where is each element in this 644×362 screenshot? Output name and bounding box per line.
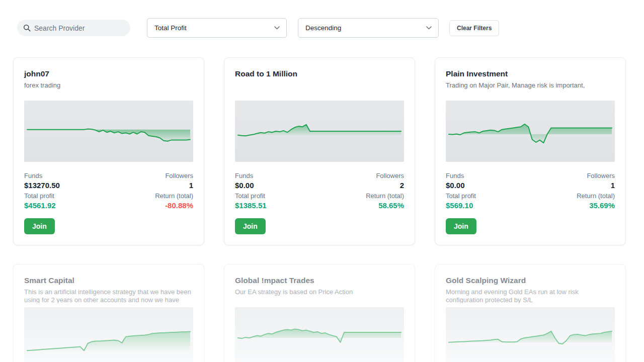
followers-label: Followers xyxy=(530,171,615,180)
join-button[interactable]: Join xyxy=(446,218,476,234)
provider-stats: Funds$13270.50 Followers1 Total profit$4… xyxy=(24,171,193,211)
filters-toolbar: Total Profit Descending Clear Filters xyxy=(17,18,644,38)
provider-description: Morning and evening Gold EAs run at low … xyxy=(446,288,615,303)
provider-stats: Funds$0.00 Followers2 Total profit$1385.… xyxy=(235,171,404,211)
return-total-value: -80.88% xyxy=(109,201,193,211)
followers-value: 1 xyxy=(109,180,193,191)
sort-by-value: Total Profit xyxy=(154,24,187,32)
sort-direction-value: Descending xyxy=(305,24,341,32)
funds-label: Funds xyxy=(446,171,530,180)
provider-description: This is an artificial intelligence strat… xyxy=(24,288,193,303)
return-total-value: 58.65% xyxy=(319,201,404,211)
provider-name: Smart Capital xyxy=(24,275,193,286)
followers-label: Followers xyxy=(109,171,193,180)
provider-name: Gold Scalping Wizard xyxy=(446,275,615,286)
followers-value: 2 xyxy=(319,180,404,191)
equity-sparkline-chart xyxy=(446,307,615,362)
total-profit-value: $4561.92 xyxy=(24,201,109,211)
clear-filters-button[interactable]: Clear Filters xyxy=(449,20,499,36)
join-button[interactable]: Join xyxy=(24,218,55,234)
funds-value: $13270.50 xyxy=(24,180,109,191)
funds-label: Funds xyxy=(235,171,319,180)
followers-value: 1 xyxy=(530,180,615,191)
followers-label: Followers xyxy=(319,171,404,180)
provider-name: Road to 1 Million xyxy=(235,68,404,79)
provider-card-john07: john07 forex trading Funds$13270.50 Foll… xyxy=(13,57,204,245)
chevron-down-icon xyxy=(274,26,280,30)
search-provider-box[interactable] xyxy=(17,20,130,36)
return-total-label: Return (total) xyxy=(109,192,193,201)
total-profit-label: Total profit xyxy=(446,192,530,201)
provider-description: Trading on Major Pair, Manage risk is im… xyxy=(446,81,615,97)
provider-name: john07 xyxy=(24,68,193,79)
equity-sparkline-chart xyxy=(24,101,193,162)
return-total-value: 35.69% xyxy=(530,201,615,211)
equity-sparkline-chart xyxy=(235,101,404,162)
join-button[interactable]: Join xyxy=(235,218,266,234)
funds-value: $0.00 xyxy=(446,180,530,191)
total-profit-label: Total profit xyxy=(235,192,319,201)
provider-card-road-to-1-million: Road to 1 Million Funds$0.00 Followers2 … xyxy=(224,57,415,245)
provider-description: forex trading xyxy=(24,81,193,97)
total-profit-value: $569.10 xyxy=(446,201,530,211)
provider-card-smart-capital: Smart Capital This is an artificial inte… xyxy=(13,264,204,362)
search-icon xyxy=(23,24,31,32)
funds-label: Funds xyxy=(24,171,109,180)
total-profit-value: $1385.51 xyxy=(235,201,319,211)
total-profit-label: Total profit xyxy=(24,192,109,201)
equity-sparkline-chart xyxy=(235,307,404,362)
sort-by-select[interactable]: Total Profit xyxy=(147,18,287,38)
provider-card-plain-investment: Plain Investment Trading on Major Pair, … xyxy=(435,57,626,245)
providers-grid: john07 forex trading Funds$13270.50 Foll… xyxy=(13,57,644,362)
provider-card-gold-scalping-wizard: Gold Scalping Wizard Morning and evening… xyxy=(435,264,626,362)
provider-card-global-impact-trades: Global !mpact Trades Our EA strategy is … xyxy=(224,264,415,362)
return-total-label: Return (total) xyxy=(530,192,615,201)
sort-direction-select[interactable]: Descending xyxy=(298,18,439,38)
chevron-down-icon xyxy=(426,26,432,30)
equity-sparkline-chart xyxy=(24,307,193,362)
funds-value: $0.00 xyxy=(235,180,319,191)
provider-name: Plain Investment xyxy=(446,68,615,79)
search-input[interactable] xyxy=(34,24,124,32)
provider-description xyxy=(235,81,404,97)
equity-sparkline-chart xyxy=(446,101,615,162)
provider-description: Our EA strategy is based on Price Action xyxy=(235,288,404,303)
return-total-label: Return (total) xyxy=(319,192,404,201)
provider-name: Global !mpact Trades xyxy=(235,275,404,286)
provider-stats: Funds$0.00 Followers1 Total profit$569.1… xyxy=(446,171,615,211)
